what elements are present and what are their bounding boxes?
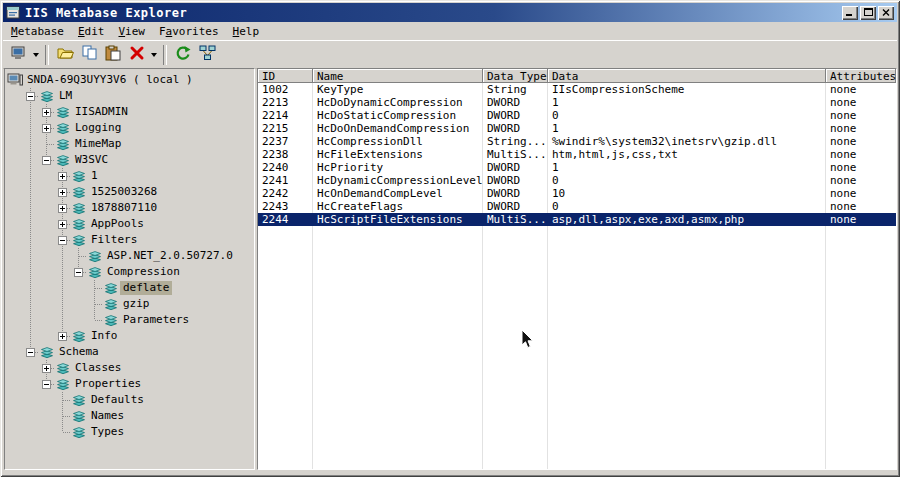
tree-guide-line (30, 328, 31, 344)
table-cell: none (826, 96, 896, 109)
expand-toggle[interactable] (42, 364, 51, 373)
tree-node-apppools[interactable]: AppPools (5, 216, 254, 232)
column-header-data[interactable]: Data (548, 69, 826, 83)
tree-node-info[interactable]: Info (5, 328, 254, 344)
table-row[interactable]: 2213HcDoDynamicCompressionDWORD1none (258, 96, 896, 109)
expand-toggle[interactable] (58, 204, 67, 213)
collapse-toggle[interactable] (74, 268, 83, 277)
tree-node-w3svc[interactable]: W3SVC (5, 152, 254, 168)
tree-node-deflate[interactable]: deflate (5, 280, 254, 296)
collapse-toggle[interactable] (42, 380, 51, 389)
copy-button[interactable] (77, 44, 101, 66)
tree-node-properties[interactable]: Properties (5, 376, 254, 392)
tree-node-lm[interactable]: LM (5, 88, 254, 104)
collapse-toggle[interactable] (58, 236, 67, 245)
connect-button[interactable] (7, 44, 31, 66)
tree-node-parameters[interactable]: Parameters (5, 312, 254, 328)
column-header-attributes[interactable]: Attributes (826, 69, 896, 83)
expand-toggle[interactable] (58, 172, 67, 181)
tree-node-compression[interactable]: Compression (5, 264, 254, 280)
tree-node-1525003268[interactable]: 1525003268 (5, 184, 254, 200)
tree-node-filters[interactable]: Filters (5, 232, 254, 248)
table-cell: 2214 (258, 109, 313, 122)
titlebar-buttons (842, 6, 894, 20)
refresh-button[interactable] (171, 44, 195, 66)
tree-guide-line (30, 264, 31, 280)
column-header-id[interactable]: ID (258, 69, 313, 83)
menu-item-edit[interactable]: Edit (71, 23, 112, 40)
tree-guide-line (47, 144, 55, 145)
menu-item-help[interactable]: Help (226, 23, 267, 40)
menu-item-metabase[interactable]: Metabase (4, 23, 71, 40)
table-cell: 2237 (258, 135, 313, 148)
tree-node-1[interactable]: 1 (5, 168, 254, 184)
delete-dropdown[interactable] (149, 44, 159, 66)
open-button[interactable] (53, 44, 77, 66)
minimize-button[interactable] (842, 6, 858, 20)
expand-toggle[interactable] (42, 124, 51, 133)
tree-guide-line (30, 104, 31, 120)
tree-guide-line (63, 400, 71, 401)
table-row[interactable]: 2243HcCreateFlagsDWORD0none (258, 200, 896, 213)
expand-toggle[interactable] (42, 108, 51, 117)
table-row[interactable]: 2241HcDynamicCompressionLevelDWORD0none (258, 174, 896, 187)
tree-node-label: 1 (88, 169, 101, 183)
tree-node-gzip[interactable]: gzip (5, 296, 254, 312)
table-row[interactable]: 1002KeyTypeStringIIsCompressionSchemenon… (258, 83, 896, 96)
connect-dropdown[interactable] (31, 44, 41, 66)
tree-node-defaults[interactable]: Defaults (5, 392, 254, 408)
menu-item-view[interactable]: View (111, 23, 152, 40)
tree-node-types[interactable]: Types (5, 424, 254, 440)
metabase-icon (71, 185, 87, 199)
paste-button[interactable] (101, 44, 125, 66)
network-button[interactable] (195, 44, 219, 66)
table-row[interactable]: 2242HcOnDemandCompLevelDWORD10none (258, 187, 896, 200)
delete-button[interactable] (125, 44, 149, 66)
tree-node-schema[interactable]: Schema (5, 344, 254, 360)
column-header-data-type[interactable]: Data Type (483, 69, 548, 83)
chevron-down-icon (151, 53, 157, 57)
close-button[interactable] (878, 6, 894, 20)
collapse-toggle[interactable] (42, 156, 51, 165)
tree-node-label: Filters (88, 233, 140, 247)
table-cell: String... (483, 135, 548, 148)
tree-node-1878807110[interactable]: 1878807110 (5, 200, 254, 216)
tree-node-logging[interactable]: Logging (5, 120, 254, 136)
tree-node-snda-69q3uyy3v6-local[interactable]: SNDA-69Q3UYY3V6 ( local ) (5, 72, 254, 88)
metabase-icon (87, 249, 103, 263)
table-cell: 2244 (258, 213, 313, 226)
maximize-button[interactable] (860, 6, 876, 20)
table-row[interactable]: 2240HcPriorityDWORD1none (258, 161, 896, 174)
chevron-down-icon (33, 53, 39, 57)
table-cell: 0 (548, 200, 826, 213)
tree-guide-line (63, 432, 71, 433)
tree-guide-line (30, 152, 31, 168)
collapse-toggle[interactable] (26, 348, 35, 357)
menu-item-favorites[interactable]: Favorites (152, 23, 226, 40)
table-cell: HcDoDynamicCompression (313, 96, 483, 109)
expand-toggle[interactable] (58, 188, 67, 197)
collapse-toggle[interactable] (26, 92, 35, 101)
tree-node-names[interactable]: Names (5, 408, 254, 424)
expand-toggle[interactable] (58, 332, 67, 341)
title-bar[interactable]: IIS Metabase Explorer (3, 3, 897, 22)
table-cell: IIsCompressionScheme (548, 83, 826, 96)
tree-panel[interactable]: SNDA-69Q3UYY3V6 ( local )LMIISADMINLoggi… (4, 68, 255, 470)
tree-node-iisadmin[interactable]: IISADMIN (5, 104, 254, 120)
table-row[interactable]: 2215HcDoOnDemandCompressionDWORD1none (258, 122, 896, 135)
tree-node-label: 1525003268 (88, 185, 160, 199)
table-row[interactable]: 2238HcFileExtensionsMultiS...htm,html,js… (258, 148, 896, 161)
tree-node-classes[interactable]: Classes (5, 360, 254, 376)
list-panel[interactable]: IDNameData TypeDataAttributes 1002KeyTyp… (257, 68, 897, 470)
tree-node-mimemap[interactable]: MimeMap (5, 136, 254, 152)
table-cell: KeyType (313, 83, 483, 96)
expand-toggle[interactable] (58, 220, 67, 229)
table-row[interactable]: 2237HcCompressionDllString...%windir%\sy… (258, 135, 896, 148)
window-title: IIS Metabase Explorer (25, 6, 842, 20)
table-row[interactable]: 2214HcDoStaticCompressionDWORD0none (258, 109, 896, 122)
column-header-name[interactable]: Name (313, 69, 483, 83)
list-body[interactable]: 1002KeyTypeStringIIsCompressionSchemenon… (258, 83, 896, 469)
table-row[interactable]: 2244HcScriptFileExtensionsMultiS...asp,d… (258, 213, 896, 226)
metabase-icon (55, 153, 71, 167)
tree-node-asp-net-2-0-50727-0[interactable]: ASP.NET_2.0.50727.0 (5, 248, 254, 264)
